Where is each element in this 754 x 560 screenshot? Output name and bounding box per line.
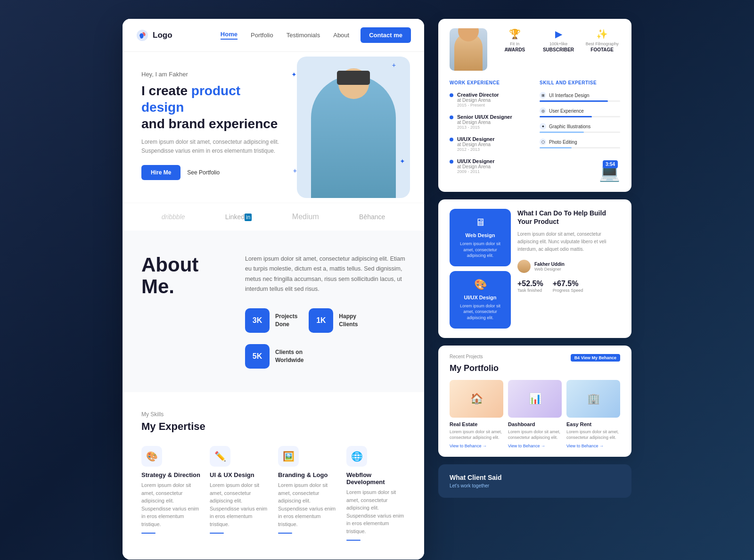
hire-me-button[interactable]: Hire Me (141, 165, 180, 180)
skill-branding-icon: 🖼️ (278, 446, 299, 467)
hero-content: Hey, I am Fakher I create product design… (141, 71, 287, 180)
portfolio-easy-rent: 🏢 Easy Rent Lorem ipsum dolor sit amet, … (566, 380, 620, 448)
portfolio-items: 🏠 Real Estate Lorem ipsum dolor sit amet… (450, 380, 620, 448)
exp-role-4: UI/UX Designer (457, 158, 494, 164)
logo-icon (136, 29, 149, 42)
skill-branding-underline (278, 533, 292, 534)
nav-links: Home Portfolio Testimonials About (221, 31, 349, 40)
skill-photo-header: ⬡ Photo Editing (540, 139, 620, 145)
exp-role-1: Creative Director (457, 92, 499, 98)
contact-button[interactable]: Contact me (361, 27, 411, 43)
portfolio-real-estate-desc: Lorem ipsum dolor sit amet, consectetur … (450, 429, 503, 441)
stat-projects: 3K Projects Done (245, 308, 297, 333)
skill-ux-bar: ◎ User Experience (540, 107, 620, 117)
work-exp-label: WORK EXPERIENCE (450, 80, 530, 85)
exp-dot-4 (450, 160, 453, 164)
laptop-decoration: 💻 3:54 (540, 154, 620, 182)
work-skills: WORK EXPERIENCE Creative Director at Des… (450, 80, 620, 182)
graphic-icon: ✦ (540, 123, 546, 130)
web-design-name: Web Design (457, 232, 503, 238)
hero-description: Lorem ipsum dolor sit amet, consectetur … (141, 138, 287, 156)
skill-ui-header: ⊞ UI Interface Design (540, 92, 620, 99)
metric-task-value: +52.5% (517, 280, 543, 288)
stat-worldwide-label: Clients on Worldwide (275, 348, 303, 364)
see-portfolio-button[interactable]: See Portfolio (187, 165, 220, 180)
exp-info-2: Senior UI/UX Designer at Design Arena 20… (457, 114, 512, 130)
awards-label: AWARDS (497, 47, 533, 52)
about-section: AboutMe. Lorem ipsum dolor sit amet, con… (123, 231, 424, 392)
right-panel: 🏆 Fit In AWARDS ▶ 100k+like SUBSCRIBER ✨… (438, 19, 631, 498)
reviewer-avatar (517, 260, 531, 273)
behance-badge[interactable]: B4 View My Behance (571, 354, 620, 362)
skill-strategy-desc: Lorem ipsum dolor sit amet, consectetur … (141, 481, 200, 528)
view-easy-rent[interactable]: View to Behance → (566, 444, 620, 448)
nav-portfolio[interactable]: Portfolio (251, 32, 273, 39)
metric-task-label: Task finished (517, 288, 543, 293)
thumb-easy-rent: 🏢 (566, 380, 620, 418)
exp-period-2: 2013 - 2015 (457, 125, 512, 130)
navbar: Logo Home Portfolio Testimonials About C… (123, 19, 424, 52)
skill-graphic-header: ✦ Graphic Illustrations (540, 123, 620, 130)
nav-home[interactable]: Home (221, 31, 238, 40)
skill-graphic-fill (540, 132, 584, 133)
client-title: What Client Said (450, 474, 620, 481)
skill-ux-icon: ✏️ (210, 446, 230, 467)
skill-photo-fill (540, 147, 572, 148)
nav-testimonials[interactable]: Testimonials (287, 32, 320, 39)
client-card: What Client Said Let's work together (438, 464, 631, 498)
portfolio-title: My Portfolio (450, 363, 620, 373)
metric-task: +52.5% Task finished (517, 280, 543, 293)
view-real-estate[interactable]: View to Behance → (450, 444, 503, 448)
web-design-desc: Lorem ipsum dolor sit amet, consectetur … (457, 241, 503, 259)
skills-expertise: SKILL AND EXPERTISE ⊞ UI Interface Desig… (540, 80, 620, 182)
skill-graphic-name: Graphic Illustrations (549, 124, 590, 129)
services-layout: 🖥 Web Design Lorem ipsum dolor sit amet,… (450, 209, 620, 329)
metric-progress-value: +67.5% (553, 280, 583, 288)
stat-clients: 1K Happy Clients (309, 308, 358, 333)
client-sub: Let's work together (450, 483, 620, 488)
exp-company-3: at Design Arena (457, 142, 494, 147)
hero-title-plain: I create (141, 83, 191, 98)
reviewer-role: Web Designer (534, 267, 565, 272)
service-ui-ux: 🎨 UI/UX Design Lorem ipsum dolor sit ame… (450, 271, 511, 329)
skills-grid: 🎨 Strategy & Direction Lorem ipsum dolor… (141, 446, 405, 541)
skill-ui-fill (540, 100, 608, 102)
person-hair (337, 71, 370, 85)
thumb-dashboard: 📊 (508, 380, 562, 418)
skill-photo: ⬡ Photo Editing (540, 139, 620, 148)
footage-icon: ✨ (584, 28, 620, 40)
skill-photo-name: Photo Editing (549, 140, 577, 145)
exp-company-1: at Design Arena (457, 98, 499, 103)
badge-footage: ✨ Best Filmography FOOTAGE (584, 28, 620, 52)
exp-creative-director: Creative Director at Design Arena 2015 -… (450, 92, 530, 107)
skill-webflow-name: Webflow Development (346, 471, 405, 486)
brand-medium: Medium (292, 213, 319, 221)
portfolio-easy-rent-desc: Lorem ipsum dolor sit amet, consectetur … (566, 429, 620, 441)
skill-strategy-name: Strategy & Direction (141, 471, 200, 478)
logo-text: Logo (153, 31, 172, 40)
footage-title: Best Filmography (584, 41, 620, 46)
badge-awards: 🏆 Fit In AWARDS (497, 28, 533, 52)
stats-row: 3K Projects Done 1K Happy Clients 5K (245, 308, 405, 369)
view-dashboard[interactable]: View to Behance → (508, 444, 562, 448)
skill-strategy: 🎨 Strategy & Direction Lorem ipsum dolor… (141, 446, 200, 541)
work-experience: WORK EXPERIENCE Creative Director at Des… (450, 80, 530, 182)
exp-ui-designer-2: UI/UX Designer at Design Arena 2009 - 20… (450, 158, 530, 174)
skill-ux: ✏️ UI & UX Design Lorem ipsum dolor sit … (210, 446, 269, 541)
skills-section: My Skills My Expertise 🎨 Strategy & Dire… (123, 392, 424, 560)
skill-strategy-underline (141, 533, 156, 534)
exp-period-1: 2015 - Present (457, 103, 499, 107)
skill-strategy-icon: 🎨 (141, 446, 162, 467)
subscriber-title: 100k+like (541, 41, 577, 46)
nav-about[interactable]: About (333, 32, 349, 39)
ui-ux-name: UI/UX Design (457, 295, 503, 300)
profile-top: 🏆 Fit In AWARDS ▶ 100k+like SUBSCRIBER ✨… (450, 28, 620, 71)
hero-title: I create product design and brand experi… (141, 82, 287, 132)
exp-senior-designer: Senior UI/UX Designer at Design Arena 20… (450, 114, 530, 130)
skills-label: My Skills (141, 411, 405, 418)
portfolio-dashboard-name: Dashboard (508, 421, 562, 427)
about-description: Lorem ipsum dolor sit amet, consectetur … (245, 254, 405, 294)
web-design-icon: 🖥 (457, 216, 503, 229)
exp-info-1: Creative Director at Design Arena 2015 -… (457, 92, 499, 107)
profile-photo (450, 28, 487, 71)
